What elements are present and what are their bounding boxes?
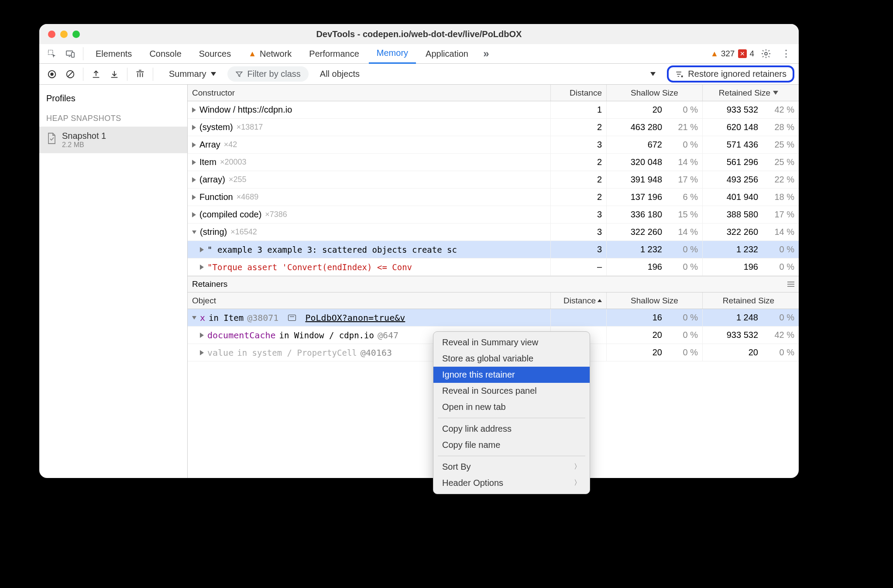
profiles-sidebar: Profiles HEAP SNAPSHOTS Snapshot 1 2.2 M…: [39, 85, 188, 478]
menu-item[interactable]: Sort By〉: [433, 459, 590, 475]
chevron-right-icon: [192, 212, 196, 217]
page-icon: [288, 315, 296, 321]
snapshot-item[interactable]: Snapshot 1 2.2 MB: [39, 127, 187, 153]
tab-memory[interactable]: Memory: [369, 44, 416, 64]
table-row[interactable]: "Torque assert 'Convert(endIndex) <= Con…: [188, 258, 799, 276]
snapshot-file-icon: [46, 132, 57, 144]
cell-shallow: 137 196: [607, 189, 666, 206]
download-icon[interactable]: [106, 66, 123, 82]
chevron-right-icon: [192, 160, 196, 165]
menu-label: Reveal in Sources panel: [442, 386, 537, 396]
col-distance-r[interactable]: Distance: [551, 292, 607, 309]
constructor-name: Array: [199, 140, 220, 150]
table-row[interactable]: (string) ×165423322 26014 %322 26014 %: [188, 224, 799, 241]
objects-filter-dropdown[interactable]: All objects: [315, 66, 661, 82]
tab-network[interactable]: ▲Network: [240, 44, 299, 64]
chevron-right-icon: 〉: [574, 462, 581, 471]
instance-count: ×4689: [237, 193, 259, 202]
view-mode-dropdown[interactable]: Summary: [164, 66, 221, 82]
retainers-bar[interactable]: Retainers: [188, 276, 799, 292]
retainer-row[interactable]: x in Item @38071 PoLdbOX?anon=true&v160 …: [188, 309, 799, 327]
tab-performance[interactable]: Performance: [301, 44, 367, 64]
menu-item[interactable]: Ignore this retainer: [433, 367, 590, 383]
chevron-right-icon: [200, 350, 204, 355]
restore-retainers-button[interactable]: Restore ignored retainers: [667, 65, 794, 83]
col-shallow-r[interactable]: Shallow Size: [607, 292, 703, 309]
inspect-element-icon[interactable]: [44, 46, 60, 62]
menu-item[interactable]: Open in new tab: [433, 399, 590, 415]
record-icon[interactable]: [44, 66, 60, 82]
table-row[interactable]: (system) ×138172463 28021 %620 14828 %: [188, 119, 799, 136]
chevron-right-icon: 〉: [574, 478, 581, 488]
constructor-name: (system): [199, 122, 233, 132]
tab-elements[interactable]: Elements: [88, 44, 140, 64]
table-row[interactable]: Function ×46892137 1966 %401 94018 %: [188, 189, 799, 206]
cell-retained-pct: 0 %: [762, 241, 799, 258]
col-retained-r[interactable]: Retained Size: [703, 292, 799, 309]
string-value: "Torque assert 'Convert(endIndex) <= Con…: [207, 262, 412, 272]
object-id: @38071: [247, 313, 278, 323]
menu-item[interactable]: Copy link address: [433, 421, 590, 437]
string-value: " example 3 example 3: scattered objects…: [207, 245, 457, 254]
menu-label: Copy link address: [442, 424, 512, 434]
chevron-down-icon: [650, 72, 656, 76]
menu-item[interactable]: Copy file name: [433, 437, 590, 453]
menu-label: Reveal in Summary view: [442, 337, 538, 347]
source-link[interactable]: PoLdbOX?anon=true&v: [306, 313, 405, 323]
menu-item[interactable]: Store as global variable: [433, 351, 590, 367]
clear-icon[interactable]: [62, 66, 79, 82]
errors-count[interactable]: ✕4: [738, 49, 754, 58]
menu-label: Open in new tab: [442, 402, 506, 412]
menu-item[interactable]: Header Options〉: [433, 475, 590, 491]
gear-icon[interactable]: [758, 46, 774, 62]
menu-label: Header Options: [442, 478, 503, 488]
table-row[interactable]: Window / https://cdpn.io 1200 %933 53242…: [188, 101, 799, 119]
instance-count: ×42: [224, 140, 237, 149]
filter-remove-icon: [675, 70, 683, 79]
cell-retained: 20: [703, 344, 762, 361]
table-row[interactable]: (array) ×2552391 94817 %493 25622 %: [188, 171, 799, 189]
cell-shallow: 322 260: [607, 224, 666, 241]
more-tabs-icon[interactable]: »: [478, 46, 495, 62]
col-object[interactable]: Object: [188, 292, 551, 309]
cell-retained: 401 940: [703, 189, 762, 206]
table-row[interactable]: Array ×4236720 %571 43625 %: [188, 136, 799, 154]
table-row[interactable]: (compiled code) ×73863336 18015 %388 580…: [188, 206, 799, 224]
chevron-right-icon: [192, 195, 196, 200]
object-id: @647: [378, 330, 398, 340]
kebab-menu-icon[interactable]: ⋮: [778, 46, 794, 62]
cell-shallow-pct: 0 %: [666, 309, 703, 326]
sort-desc-icon: [773, 91, 778, 95]
cell-shallow: 20: [607, 101, 666, 118]
separator: [153, 68, 153, 81]
tab-sources[interactable]: Sources: [191, 44, 239, 64]
cell-distance: –: [551, 258, 607, 275]
snapshot-size: 2.2 MB: [62, 141, 106, 149]
svg-rect-2: [72, 52, 74, 57]
collect-garbage-icon[interactable]: [132, 66, 148, 82]
svg-rect-0: [48, 50, 53, 55]
warnings-count[interactable]: ▲327: [711, 49, 735, 58]
cell-distance: 2: [551, 171, 607, 188]
tab-application[interactable]: Application: [418, 44, 476, 64]
menu-item[interactable]: Reveal in Sources panel: [433, 383, 590, 399]
cell-shallow-pct: 0 %: [666, 241, 703, 258]
cell-retained: 933 532: [703, 327, 762, 344]
table-row[interactable]: " example 3 example 3: scattered objects…: [188, 241, 799, 258]
col-retained[interactable]: Retained Size: [703, 85, 799, 101]
property-name: value: [207, 347, 234, 358]
tab-console[interactable]: Console: [141, 44, 189, 64]
retainers-menu-icon[interactable]: [787, 282, 794, 287]
class-filter-input[interactable]: Filter by class: [227, 66, 309, 82]
cell-distance: 3: [551, 241, 607, 258]
upload-icon[interactable]: [88, 66, 104, 82]
device-toolbar-icon[interactable]: [62, 46, 79, 62]
retainer-path: in system / PropertyCell: [237, 348, 357, 358]
cell-retained-pct: 17 %: [762, 206, 799, 223]
menu-item[interactable]: Reveal in Summary view: [433, 334, 590, 351]
table-row[interactable]: Item ×200032320 04814 %561 29625 %: [188, 154, 799, 171]
col-shallow[interactable]: Shallow Size: [607, 85, 703, 101]
col-constructor[interactable]: Constructor: [188, 85, 551, 101]
col-distance[interactable]: Distance: [551, 85, 607, 101]
menu-separator: [438, 418, 585, 418]
